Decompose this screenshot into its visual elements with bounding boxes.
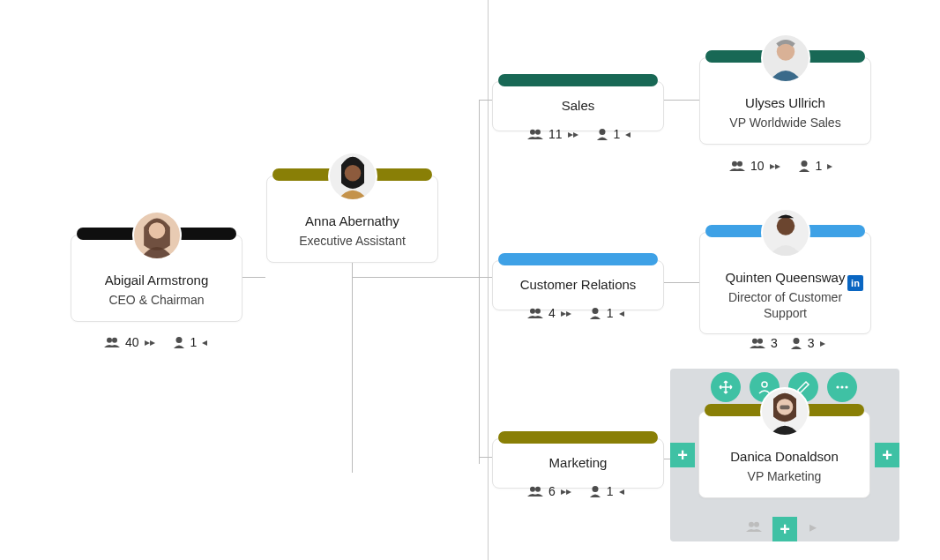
svg-point-10 — [732, 161, 737, 167]
card-color-bar — [498, 253, 658, 265]
expand-icon[interactable]: ▸▸ — [561, 307, 571, 319]
direct-count: 1 — [190, 335, 198, 349]
direct-count: 3 — [808, 336, 815, 350]
card-color-bar — [498, 74, 658, 86]
person-name: Ulyses Ullrich — [709, 95, 862, 110]
direct-count: 1 — [816, 159, 823, 173]
linkedin-icon[interactable]: in — [847, 275, 863, 291]
total-count: 4 — [548, 306, 556, 320]
avatar — [761, 34, 810, 83]
add-left-button[interactable]: + — [670, 443, 695, 467]
svg-point-15 — [592, 308, 598, 314]
svg-point-29 — [749, 522, 754, 527]
direct-count: 1 — [607, 484, 614, 498]
org-chart-canvas[interactable]: Abigail Armstrong CEO & Chairman 40 ▸▸ 1… — [0, 0, 940, 560]
expand-right-icon[interactable]: ▸ — [820, 337, 825, 349]
expand-icon[interactable]: ▸▸ — [568, 128, 578, 140]
chevron-muted-icon: ▸ — [809, 519, 817, 535]
move-button[interactable] — [711, 372, 741, 402]
svg-point-4 — [175, 337, 182, 343]
person-card-ceo[interactable]: Abigail Armstrong CEO & Chairman — [71, 235, 242, 322]
svg-rect-28 — [780, 406, 789, 410]
avatar — [760, 387, 809, 437]
svg-point-22 — [592, 486, 598, 492]
person-icon — [798, 160, 810, 172]
connector-line — [663, 100, 700, 101]
person-card-vp-marketing[interactable]: Danica Donaldson VP Marketing — [698, 411, 870, 498]
stats-row[interactable]: 4 ▸▸ 1 ◂ — [527, 306, 624, 320]
connector-line — [663, 282, 700, 283]
person-name: Danica Donaldson — [708, 449, 861, 464]
add-child-button[interactable]: + — [772, 517, 797, 541]
svg-point-24 — [836, 385, 839, 388]
svg-point-17 — [752, 339, 757, 344]
collapse-icon[interactable]: ◂ — [619, 307, 624, 319]
total-count: 40 — [125, 335, 139, 349]
svg-point-7 — [535, 130, 541, 135]
card-color-bar — [498, 431, 658, 444]
collapse-icon[interactable]: ◂ — [619, 485, 624, 497]
total-count: 6 — [548, 484, 556, 498]
dept-name: Sales — [502, 98, 654, 113]
person-icon — [589, 307, 601, 319]
svg-point-19 — [793, 338, 799, 344]
stats-row[interactable]: 11 ▸▸ 1 ◂ — [527, 127, 630, 141]
svg-point-12 — [801, 161, 807, 167]
total-count: 11 — [548, 127, 563, 141]
direct-count: 1 — [614, 127, 621, 141]
expand-icon[interactable]: ▸▸ — [770, 160, 780, 172]
person-name: Abigail Armstrong — [80, 273, 233, 287]
direct-count: 1 — [607, 306, 614, 320]
total-count: 10 — [750, 159, 765, 173]
avatar — [132, 211, 182, 260]
svg-point-2 — [107, 338, 112, 343]
dept-card-marketing[interactable]: Marketing — [492, 438, 664, 489]
group-icon — [104, 336, 120, 348]
group-icon — [750, 337, 765, 349]
group-muted-icon — [746, 520, 762, 536]
stats-row[interactable]: 3 3 ▸ — [750, 336, 825, 350]
more-button[interactable] — [827, 372, 857, 402]
svg-point-1 — [148, 222, 165, 239]
person-card-director-support[interactable]: in Quinten Queensway Director of Custome… — [699, 232, 871, 334]
svg-point-23 — [762, 382, 767, 387]
stats-row[interactable]: 10 ▸▸ 1 ▸ — [729, 159, 832, 173]
collapse-icon[interactable]: ◂ — [202, 336, 207, 348]
person-name: Anna Abernathy — [276, 213, 429, 228]
add-right-button[interactable]: + — [875, 443, 899, 467]
person-title: CEO & Chairman — [80, 293, 233, 309]
person-title: VP Marketing — [708, 469, 861, 485]
person-title: Director of Customer Support — [709, 290, 862, 321]
stats-row[interactable]: 6 ▸▸ 1 ◂ — [527, 484, 624, 498]
connector-line — [239, 277, 265, 278]
avatar — [328, 152, 377, 201]
svg-point-25 — [840, 385, 843, 388]
person-icon — [596, 128, 608, 140]
stats-row[interactable]: 40 ▸▸ 1 ◂ — [104, 335, 207, 349]
expand-right-icon[interactable]: ▸ — [827, 160, 832, 172]
svg-point-8 — [599, 129, 605, 135]
person-title: Executive Assistant — [276, 234, 429, 250]
dept-card-customer-relations[interactable]: Customer Relations — [492, 260, 664, 310]
person-title: VP Worldwide Sales — [709, 116, 862, 131]
connector-line — [479, 100, 480, 464]
collapse-icon[interactable]: ◂ — [625, 128, 630, 140]
dept-name: Customer Relations — [502, 277, 654, 292]
dept-card-sales[interactable]: Sales — [492, 81, 664, 131]
svg-point-21 — [535, 487, 541, 492]
dept-name: Marketing — [502, 455, 654, 470]
person-name: Quinten Queensway — [709, 270, 862, 285]
group-icon — [527, 128, 543, 140]
connector-line — [352, 261, 353, 473]
expand-icon[interactable]: ▸▸ — [561, 485, 571, 497]
person-card-vp-sales[interactable]: Ulyses Ullrich VP Worldwide Sales — [699, 57, 871, 145]
avatar — [761, 208, 810, 258]
person-icon — [790, 337, 802, 349]
person-icon — [173, 336, 185, 348]
selected-node-wrapper: Danica Donaldson VP Marketing + + + ▸ — [670, 369, 899, 541]
group-icon — [729, 160, 745, 172]
svg-point-5 — [344, 165, 361, 182]
expand-icon[interactable]: ▸▸ — [145, 336, 155, 348]
person-card-ea[interactable]: Anna Abernathy Executive Assistant — [266, 175, 438, 263]
svg-point-30 — [754, 522, 759, 527]
